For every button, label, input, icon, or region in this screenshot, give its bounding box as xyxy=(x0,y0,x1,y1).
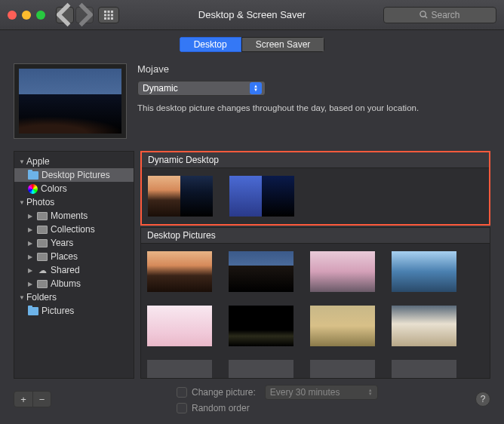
wallpaper-description: This desktop picture changes throughout … xyxy=(137,103,490,112)
change-picture-checkbox[interactable] xyxy=(177,387,187,398)
minimize-button[interactable] xyxy=(22,11,31,20)
tab-screensaver[interactable]: Screen Saver xyxy=(241,37,325,52)
photos-icon xyxy=(37,226,48,234)
sidebar-group-apple[interactable]: Apple xyxy=(14,155,134,168)
titlebar: Desktop & Screen Saver Search xyxy=(0,0,504,30)
random-order-checkbox[interactable] xyxy=(177,403,187,413)
wallpaper-thumb[interactable] xyxy=(229,251,293,292)
close-button[interactable] xyxy=(8,11,17,20)
back-button[interactable] xyxy=(56,7,74,23)
wallpaper-thumb-mojave-dynamic[interactable] xyxy=(148,176,213,217)
wallpaper-thumb[interactable] xyxy=(229,306,293,346)
wallpaper-thumb[interactable] xyxy=(310,360,375,378)
sidebar-item-colors[interactable]: Colors xyxy=(14,182,134,195)
section-desktop-pictures: Desktop Pictures xyxy=(140,227,490,379)
sidebar-item-collections[interactable]: Collections xyxy=(14,223,134,236)
wallpaper-name: Mojave xyxy=(137,63,490,75)
window-controls xyxy=(8,11,45,20)
wallpaper-thumb[interactable] xyxy=(392,360,456,378)
sidebar-item-pictures-folder[interactable]: Pictures xyxy=(14,304,134,318)
dynamic-night-half xyxy=(262,176,294,217)
sidebar-group-folders[interactable]: Folders xyxy=(14,290,134,304)
disclosure-triangle-icon xyxy=(19,294,25,301)
random-order-label: Random order xyxy=(192,403,250,413)
current-wallpaper-panel: Mojave Dynamic ▲▼ This desktop picture c… xyxy=(0,59,504,151)
sidebar-item-label: Shared xyxy=(51,265,80,275)
wallpaper-info: Mojave Dynamic ▲▼ This desktop picture c… xyxy=(137,63,490,139)
sidebar-group-label: Folders xyxy=(26,292,57,303)
wallpaper-thumb[interactable] xyxy=(310,251,375,292)
wallpaper-thumb[interactable] xyxy=(392,251,456,292)
sidebar-item-label: Colors xyxy=(41,183,67,194)
svg-rect-3 xyxy=(104,14,106,16)
change-interval-select[interactable]: Every 30 minutes ▲▼ xyxy=(265,385,378,400)
tab-desktop[interactable]: Desktop xyxy=(180,37,241,52)
cloud-icon: ☁ xyxy=(37,266,48,275)
zoom-button[interactable] xyxy=(36,11,45,20)
wallpaper-thumb[interactable] xyxy=(310,306,375,346)
disclosure-triangle-icon xyxy=(19,199,25,206)
dynamic-day-half xyxy=(148,176,180,217)
chevron-right-icon xyxy=(28,240,34,247)
sidebar-item-label: Collections xyxy=(51,224,95,235)
add-folder-button[interactable]: + xyxy=(14,392,32,407)
wallpaper-mode-select[interactable]: Dynamic ▲▼ xyxy=(137,81,266,96)
search-field[interactable]: Search xyxy=(383,7,496,23)
help-button[interactable]: ? xyxy=(475,392,490,407)
footer: + − Change picture: Every 30 minutes ▲▼ … xyxy=(0,379,504,424)
svg-rect-5 xyxy=(111,14,113,16)
chevron-right-icon xyxy=(28,267,34,274)
wallpaper-thumb[interactable] xyxy=(147,251,212,292)
chevron-right-icon xyxy=(28,213,34,220)
sidebar-item-places[interactable]: Places xyxy=(14,250,134,263)
chevron-right-icon xyxy=(28,253,34,260)
sidebar-item-moments[interactable]: Moments xyxy=(14,209,134,223)
footer-options: Change picture: Every 30 minutes ▲▼ Rand… xyxy=(177,385,378,413)
wallpaper-thumb[interactable] xyxy=(392,306,456,346)
disclosure-triangle-icon xyxy=(19,158,25,165)
remove-folder-button[interactable]: − xyxy=(32,392,51,407)
section-dynamic-desktop: Dynamic Desktop xyxy=(140,151,490,226)
dynamic-thumbs xyxy=(142,168,489,224)
change-picture-row: Change picture: Every 30 minutes ▲▼ xyxy=(177,385,378,400)
svg-rect-6 xyxy=(104,17,106,20)
wallpaper-thumb[interactable] xyxy=(147,360,212,378)
wallpaper-preview xyxy=(14,63,127,139)
folder-icon xyxy=(28,171,38,180)
change-interval-value: Every 30 minutes xyxy=(270,387,340,398)
tabs-row: Desktop Screen Saver xyxy=(0,30,504,59)
section-header: Desktop Pictures xyxy=(141,228,490,244)
sidebar-item-label: Years xyxy=(51,238,73,248)
source-sidebar[interactable]: Apple Desktop Pictures Colors Photos Mom… xyxy=(14,151,134,379)
sidebar-item-desktop-pictures[interactable]: Desktop Pictures xyxy=(14,168,134,182)
wallpaper-thumb-solar-dynamic[interactable] xyxy=(229,176,294,217)
sidebar-group-label: Apple xyxy=(26,156,50,167)
chevron-right-icon xyxy=(28,281,34,287)
svg-rect-1 xyxy=(108,11,110,13)
chevron-right-icon xyxy=(28,226,34,233)
add-remove-buttons: + − xyxy=(14,391,51,407)
svg-rect-2 xyxy=(111,11,113,13)
wallpaper-thumb[interactable] xyxy=(147,306,212,346)
preferences-window: Desktop & Screen Saver Search Desktop Sc… xyxy=(0,0,504,424)
lower-panel: Apple Desktop Pictures Colors Photos Mom… xyxy=(0,151,504,379)
wallpaper-thumb[interactable] xyxy=(229,360,293,378)
forward-button[interactable] xyxy=(75,7,94,23)
sidebar-item-albums[interactable]: Albums xyxy=(14,277,134,290)
sidebar-group-label: Photos xyxy=(26,197,54,207)
sidebar-group-photos[interactable]: Photos xyxy=(14,195,134,209)
sidebar-item-label: Albums xyxy=(51,278,81,289)
svg-rect-0 xyxy=(104,11,106,13)
sidebar-item-years[interactable]: Years xyxy=(14,236,134,250)
show-all-button[interactable] xyxy=(98,7,119,23)
wallpaper-content: Dynamic Desktop Desktop Pictures xyxy=(140,151,490,379)
search-icon xyxy=(419,11,428,19)
tab-group: Desktop Screen Saver xyxy=(180,37,325,52)
photos-icon xyxy=(37,239,48,247)
dynamic-day-half xyxy=(229,176,262,217)
sidebar-item-shared[interactable]: ☁ Shared xyxy=(14,263,134,277)
photos-icon xyxy=(37,253,48,261)
photos-icon xyxy=(37,212,48,220)
svg-rect-7 xyxy=(108,17,110,20)
dynamic-night-half xyxy=(180,176,213,217)
